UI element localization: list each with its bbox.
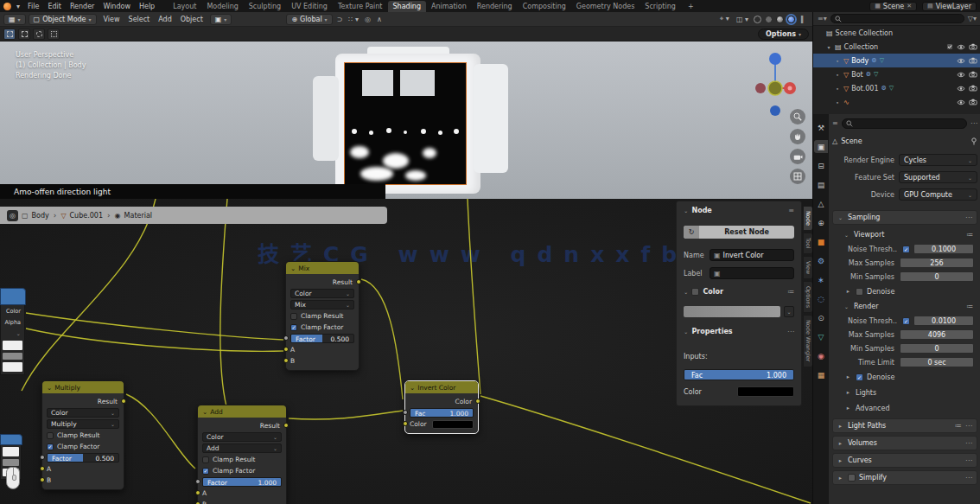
output-socket[interactable]	[121, 399, 126, 404]
node-enum-mix[interactable]: Mix⌄	[290, 300, 354, 309]
properties-tab-data[interactable]: ▽	[814, 330, 828, 343]
workspace-tab-texture-paint[interactable]: Texture Paint	[333, 1, 388, 12]
grid-view-button[interactable]	[790, 169, 805, 184]
reset-node-button[interactable]: ↻ Reset Node	[684, 226, 794, 239]
eye-icon[interactable]	[957, 44, 965, 50]
properties-subpanel-header[interactable]: ⌄ Properties ⋯	[684, 328, 794, 335]
shading-wireframe-button[interactable]	[754, 16, 761, 23]
input-socket[interactable]	[283, 358, 289, 363]
disclosure-icon[interactable]: •	[834, 72, 841, 78]
toggle-denoise[interactable]: ▸Denoise	[832, 284, 977, 299]
collapse-caret-icon[interactable]: ⌄	[202, 408, 207, 416]
orientation-dropdown[interactable]: ⊕Global▾	[286, 14, 332, 25]
input-socket[interactable]	[40, 455, 45, 460]
shader-editor[interactable]: 技艺CG www qdnxxfb ◎ ▢ Body › ▽ Cube.001 ›…	[0, 199, 812, 504]
panel-icons[interactable]: ⋯	[965, 474, 973, 482]
shader-node-multiply[interactable]: ⌄MultiplyResultColor⌄Multiply⌄Clamp Resu…	[41, 380, 124, 490]
menu-help[interactable]: Help	[135, 1, 159, 12]
properties-tab-scene[interactable]: △	[814, 197, 828, 210]
node-enum-color[interactable]: Color⌄	[202, 432, 282, 442]
blender-logo-icon[interactable]	[3, 3, 11, 10]
panel-icons[interactable]: ⋯	[965, 456, 973, 464]
filter-icon[interactable]: ▽▾	[968, 15, 977, 22]
outliner-search-input[interactable]	[830, 14, 964, 23]
outliner-item-collection[interactable]: ▾▤Collection	[813, 40, 980, 54]
viewport-menu-select[interactable]: Select	[124, 16, 155, 23]
value-field[interactable]: 0 sec	[900, 357, 974, 367]
node-name-field[interactable]: ▣Invert Color	[710, 249, 794, 261]
shading-material-button[interactable]	[776, 16, 784, 23]
camera-icon[interactable]	[969, 99, 977, 105]
node-color-bar[interactable]	[684, 306, 780, 317]
snap-dropdown-icon[interactable]: ∷ ▾	[347, 16, 360, 23]
properties-tab-world[interactable]: ⊕	[814, 216, 828, 229]
workspace-tab-sculpting[interactable]: Sculpting	[244, 1, 286, 12]
color-swatch[interactable]	[432, 420, 474, 429]
value-field[interactable]: 0.1000	[913, 244, 974, 254]
input-socket[interactable]	[195, 479, 200, 484]
view-layer-selector[interactable]: ▤ViewLayer	[922, 2, 977, 11]
node-header[interactable]: ⌄Add	[198, 405, 286, 418]
toggle-denoise[interactable]: ▸✓Denoise	[832, 369, 977, 385]
input-socket[interactable]	[195, 490, 200, 495]
viewport-menu-view[interactable]: View	[99, 16, 124, 23]
properties-tab-output[interactable]: ⊟	[814, 159, 828, 172]
eye-icon[interactable]	[957, 86, 965, 92]
eye-icon[interactable]	[957, 99, 965, 105]
disclosure-icon[interactable]: ▾	[825, 44, 832, 50]
proportional-edit-icon[interactable]: ◎	[363, 16, 372, 23]
properties-tab-object[interactable]: ■	[814, 235, 828, 248]
subpanel-viewport[interactable]: ⌄Viewport≔	[832, 227, 977, 242]
outliner-item-body[interactable]: •▽Body⚙▽	[813, 54, 980, 67]
move-view-button[interactable]	[790, 129, 805, 144]
checkbox-noise-thresh-[interactable]: ✓	[902, 246, 910, 253]
node-enum-add[interactable]: Add⌄	[202, 443, 282, 453]
falloff-icon[interactable]: ∧	[375, 16, 384, 23]
collapse-caret-icon[interactable]: ⌄	[47, 384, 52, 392]
dropdown-render-engine[interactable]: Cycles⌄	[899, 154, 977, 166]
input-socket[interactable]	[283, 335, 289, 341]
list-icon[interactable]: ≔	[966, 303, 974, 310]
panel-menu-icon[interactable]: ≡	[788, 207, 794, 214]
disclosure-icon[interactable]: •	[834, 58, 841, 64]
camera-icon[interactable]	[969, 43, 977, 50]
shading-rendered-button[interactable]	[787, 16, 795, 23]
node-label-field[interactable]: ▣	[710, 267, 794, 279]
output-socket[interactable]	[356, 279, 361, 284]
node-enum-multiply[interactable]: Multiply⌄	[47, 419, 119, 429]
extra-dropdown[interactable]: ▣▾	[210, 14, 232, 25]
fac-slider[interactable]: Fac 1.000	[684, 369, 794, 380]
color-swatch[interactable]	[737, 386, 794, 397]
shader-node-invert-color[interactable]: ⌄Invert ColorColorFac1.000Color	[404, 380, 479, 434]
workspace-tab-modeling[interactable]: Modeling	[201, 1, 243, 12]
eye-icon[interactable]	[957, 58, 965, 64]
sidebar-tab-tool[interactable]: Tool	[803, 233, 812, 254]
menu-edit[interactable]: Edit	[43, 1, 66, 12]
outliner-item-scene-collection[interactable]: ▤Scene Collection	[813, 26, 980, 40]
workspace-tab-animation[interactable]: Animation	[426, 1, 472, 12]
partial-colorramp-node[interactable]: Color Alpha ⌄	[0, 288, 26, 375]
workspace-tab-rendering[interactable]: Rendering	[472, 1, 518, 12]
workspace-tab-layout[interactable]: Layout	[168, 1, 201, 12]
editor-type-button[interactable]: ▦▾	[3, 14, 26, 25]
ellipsis-icon[interactable]: ⋯	[787, 328, 794, 335]
node-panel-header[interactable]: ⌄ Node ≡	[684, 207, 794, 214]
checkbox-clamp-factor[interactable]: ✓	[202, 468, 209, 475]
output-socket[interactable]	[283, 423, 289, 428]
color-checkbox[interactable]	[691, 288, 699, 296]
properties-tab-texture[interactable]: ▦	[814, 368, 828, 381]
checkbox-clamp-result[interactable]	[290, 313, 297, 320]
checkbox-noise-thresh-[interactable]: ✓	[902, 317, 910, 325]
value-field[interactable]: 256	[900, 258, 974, 268]
input-socket[interactable]	[403, 421, 408, 426]
snap-magnet-icon[interactable]: ⊃	[335, 16, 345, 23]
viewport-menu-object[interactable]: Object	[176, 16, 207, 23]
properties-tab-tool[interactable]: ⚒	[814, 121, 828, 134]
sidebar-tab-node-wrangler[interactable]: Node Wrangler	[803, 315, 812, 367]
list-icon[interactable]: ≔	[787, 288, 794, 296]
pin-icon[interactable]	[970, 137, 977, 145]
disclosure-icon[interactable]: •	[834, 86, 841, 92]
workspace-tab-compositing[interactable]: Compositing	[518, 1, 571, 12]
dropdown-feature-set[interactable]: Supported⌄	[899, 171, 977, 183]
value-field[interactable]: 0	[900, 271, 974, 282]
